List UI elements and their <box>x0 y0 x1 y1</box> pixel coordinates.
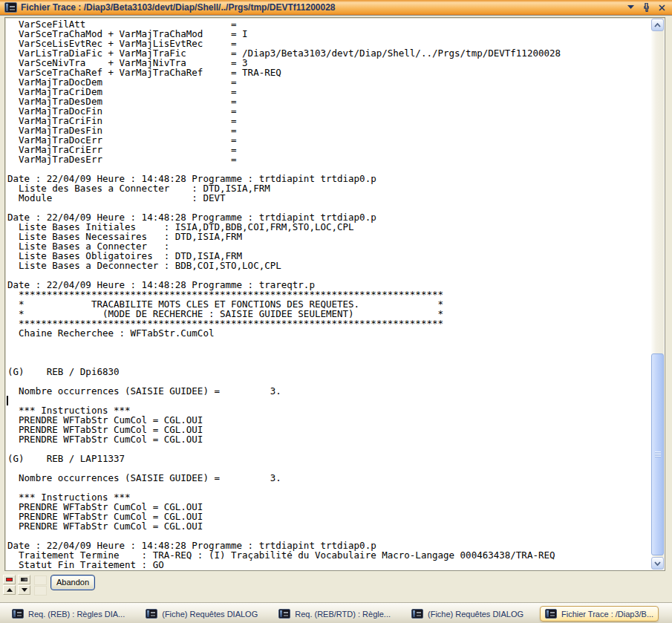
document-window-icon <box>12 609 24 619</box>
tab-fichier-trace[interactable]: Fichier Trace : /Diap3/B... <box>540 606 659 622</box>
tab-label: Req. (REB/RTD) : Règle... <box>295 610 391 619</box>
tab-label: (Fiche) Requêtes DIALOG <box>428 610 523 619</box>
trace-viewer-window: { "titlebar": { "title": "Fichier Trace … <box>0 0 672 623</box>
tab-label: (Fiche) Requêtes DIALOG <box>162 610 258 619</box>
document-window-icon <box>278 609 290 619</box>
trace-text-panel: VarSceFilAtt = VarSceTraChaMod + VarMajT… <box>4 17 665 571</box>
nav-up-button[interactable] <box>3 585 16 595</box>
down-triangle-icon <box>22 588 27 592</box>
chevron-down-icon[interactable] <box>624 2 636 13</box>
abandon-button[interactable]: Abandon <box>50 575 95 590</box>
text-cursor <box>7 396 8 405</box>
tab-label: Req. (REB) : Règles DIA... <box>28 610 125 619</box>
navigation-controls: Abandon <box>0 572 672 602</box>
red-bar-icon <box>6 578 13 581</box>
tab-label: Fichier Trace : /Diap3/B... <box>561 610 653 619</box>
nav-last-button[interactable] <box>18 575 30 584</box>
nav-first-button[interactable] <box>3 575 16 584</box>
document-window-icon <box>545 609 557 619</box>
up-triangle-icon <box>7 588 13 592</box>
document-window-icon <box>146 609 157 619</box>
nav-disabled-button-1 <box>34 575 47 585</box>
black-bar-icon <box>21 578 27 581</box>
mdi-tab-bar: Req. (REB) : Règles DIA... (Fiche) Requê… <box>0 602 672 623</box>
window-icon <box>4 2 17 13</box>
tab-req-reb-rtd[interactable]: Req. (REB/RTD) : Règle... <box>274 606 395 622</box>
scroll-down-button[interactable] <box>651 557 664 570</box>
nav-down-button[interactable] <box>18 585 30 595</box>
close-icon[interactable] <box>656 2 668 13</box>
scrollbar-thumb[interactable] <box>651 353 664 555</box>
scrollbar-grip <box>655 451 661 457</box>
scroll-up-button[interactable] <box>651 19 664 31</box>
vertical-scrollbar[interactable] <box>651 19 664 570</box>
window-title: Fichier Trace : /Diap3/Beta3103/devt/Dia… <box>21 2 621 13</box>
nav-disabled-button-2 <box>34 586 47 596</box>
pin-icon[interactable] <box>640 2 652 13</box>
trace-output[interactable]: VarSceFilAtt = VarSceTraChaMod + VarMajT… <box>5 18 650 570</box>
document-window-icon <box>411 609 423 619</box>
tab-fiche-requetes-1[interactable]: (Fiche) Requêtes DIALOG <box>141 606 262 622</box>
tab-req-reb[interactable]: Req. (REB) : Règles DIA... <box>7 606 129 622</box>
window-titlebar[interactable]: Fichier Trace : /Diap3/Beta3103/devt/Dia… <box>0 0 672 16</box>
tab-fiche-requetes-2[interactable]: (Fiche) Requêtes DIALOG <box>407 606 528 622</box>
